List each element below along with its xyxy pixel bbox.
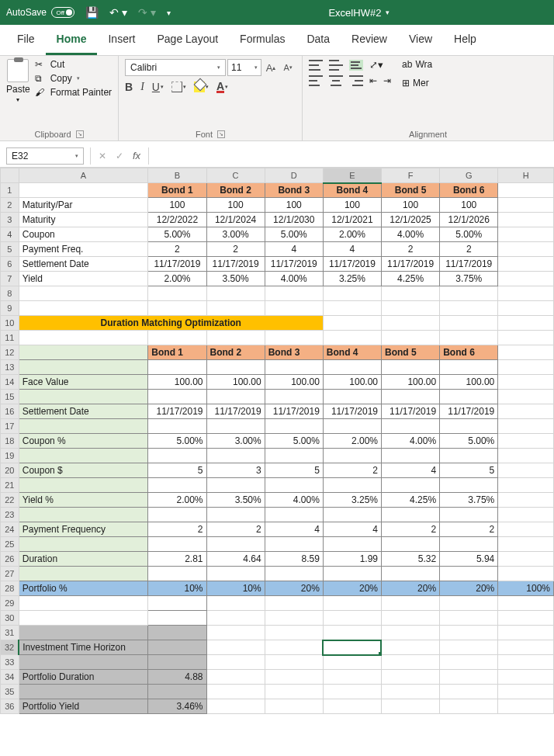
formula-bar: E32▾ ✕ ✓ fx: [0, 144, 554, 168]
col-header[interactable]: F: [381, 168, 439, 183]
col-header[interactable]: A: [19, 168, 148, 183]
copy-button[interactable]: ⧉Copy▾: [35, 73, 112, 84]
qat-customize-icon[interactable]: ▾: [167, 9, 171, 17]
document-title: ExcelHW#2▾: [328, 7, 390, 19]
merge-center-button[interactable]: ⊞Mer: [402, 78, 432, 88]
align-top-icon[interactable]: [309, 60, 323, 71]
tab-file[interactable]: File: [6, 25, 46, 55]
decrease-indent-icon[interactable]: ⇤: [369, 75, 377, 86]
border-icon: [171, 81, 182, 92]
autosave-toggle[interactable]: Off: [51, 7, 74, 18]
active-cell[interactable]: [323, 640, 381, 655]
font-color-icon: A: [216, 81, 224, 93]
font-name-combo[interactable]: Calibri▾: [125, 59, 226, 76]
increase-font-icon[interactable]: A▴: [263, 59, 279, 76]
col-header[interactable]: D: [265, 168, 323, 183]
formula-input[interactable]: [149, 147, 554, 165]
ribbon-tabs: File Home Insert Page Layout Formulas Da…: [0, 25, 554, 56]
align-bottom-icon[interactable]: [349, 60, 363, 71]
scissors-icon: ✂: [35, 59, 46, 70]
save-icon[interactable]: 💾: [85, 6, 99, 19]
merge-icon: ⊞: [402, 78, 410, 88]
increase-indent-icon[interactable]: ⇥: [383, 75, 391, 86]
grid[interactable]: A B C D E F G H 1Bond 1Bond 2Bond 3Bond …: [0, 168, 554, 714]
align-middle-icon[interactable]: [329, 60, 343, 71]
cut-button[interactable]: ✂Cut: [35, 59, 112, 70]
bold-button[interactable]: B: [125, 81, 133, 93]
wrap-icon: ab: [402, 59, 412, 70]
paste-button[interactable]: Paste ▾: [6, 59, 30, 103]
group-clipboard: Paste ▾ ✂Cut ⧉Copy▾ 🖌Format Painter Clip…: [0, 56, 119, 140]
font-size-combo[interactable]: 11▾: [227, 59, 261, 76]
decrease-font-icon[interactable]: A▾: [280, 59, 296, 76]
copy-icon: ⧉: [35, 73, 46, 84]
italic-button[interactable]: I: [140, 81, 144, 93]
tab-help[interactable]: Help: [443, 25, 487, 55]
col-header[interactable]: B: [148, 168, 206, 183]
font-dialog-launcher[interactable]: ↘: [217, 130, 225, 138]
group-font-label: Font: [196, 130, 213, 139]
col-header[interactable]: C: [206, 168, 265, 183]
brush-icon: 🖌: [35, 87, 46, 98]
font-color-button[interactable]: A▾: [216, 81, 228, 93]
paint-bucket-icon: [194, 81, 205, 92]
undo-icon[interactable]: ↶ ▾: [109, 6, 127, 19]
orientation-icon[interactable]: ⤢▾: [369, 59, 383, 71]
borders-button[interactable]: ▾: [171, 81, 186, 92]
group-alignment-label: Alignment: [409, 130, 447, 139]
format-painter-button[interactable]: 🖌Format Painter: [35, 87, 112, 98]
fx-icon[interactable]: fx: [133, 150, 140, 161]
align-left-icon[interactable]: [309, 75, 323, 86]
group-clipboard-label: Clipboard: [34, 130, 71, 139]
select-all-corner[interactable]: [1, 168, 19, 183]
tab-formulas[interactable]: Formulas: [229, 25, 296, 55]
align-right-icon[interactable]: [349, 75, 363, 86]
tab-insert[interactable]: Insert: [97, 25, 146, 55]
tab-page-layout[interactable]: Page Layout: [146, 25, 229, 55]
group-font: Calibri▾ 11▾ A▴ A▾ B I U▾ ▾ ▾ A▾ Font↘: [119, 56, 303, 140]
tab-home[interactable]: Home: [46, 25, 98, 55]
tab-view[interactable]: View: [398, 25, 443, 55]
clipboard-icon: [7, 59, 29, 82]
title-bar: AutoSave Off 💾 ↶ ▾ ↷ ▾ ▾ ExcelHW#2▾: [0, 0, 554, 25]
col-header[interactable]: G: [440, 168, 498, 183]
fill-color-button[interactable]: ▾: [194, 81, 209, 92]
col-header[interactable]: E: [323, 168, 381, 183]
name-box[interactable]: E32▾: [6, 147, 84, 165]
clipboard-dialog-launcher[interactable]: ↘: [76, 130, 84, 138]
row-header[interactable]: 1: [1, 183, 19, 198]
ribbon: Paste ▾ ✂Cut ⧉Copy▾ 🖌Format Painter Clip…: [0, 56, 554, 141]
wrap-text-button[interactable]: abWra: [402, 59, 432, 70]
enter-formula-icon[interactable]: ✓: [116, 151, 123, 161]
cancel-formula-icon[interactable]: ✕: [99, 151, 106, 161]
tab-review[interactable]: Review: [341, 25, 398, 55]
worksheet: A B C D E F G H 1Bond 1Bond 2Bond 3Bond …: [0, 168, 554, 714]
group-alignment: ⤢▾ ⇤ ⇥ abWra ⊞Mer Alignment: [303, 56, 554, 140]
autosave-label: AutoSave: [6, 7, 47, 18]
redo-icon[interactable]: ↷ ▾: [138, 6, 156, 19]
underline-button[interactable]: U▾: [152, 81, 164, 93]
align-center-icon[interactable]: [329, 75, 343, 86]
col-header[interactable]: H: [498, 168, 554, 183]
tab-data[interactable]: Data: [296, 25, 341, 55]
